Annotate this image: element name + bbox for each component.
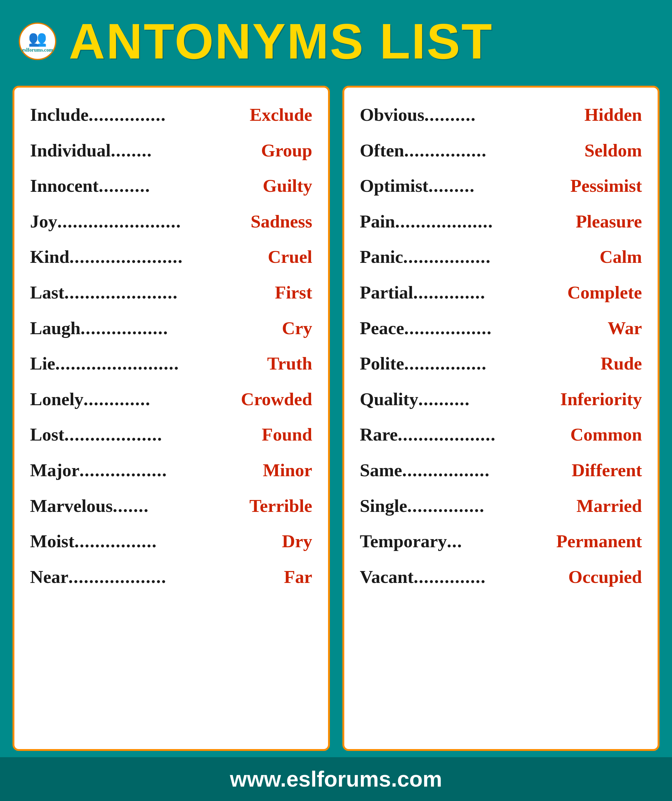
word-left: Polite	[360, 352, 404, 375]
footer: www.eslforums.com	[0, 757, 672, 801]
logo: 👥 eslforums.com	[19, 23, 56, 60]
word-left: Panic	[360, 246, 403, 268]
dots: ........	[111, 140, 261, 161]
dots: ...................	[398, 424, 570, 446]
word-right: Exclude	[250, 104, 313, 126]
table-row: Moist................Dry	[30, 523, 313, 559]
word-left: Joy	[30, 211, 57, 232]
word-left: Innocent	[30, 175, 98, 197]
table-row: Rare...................Common	[360, 417, 642, 452]
dots: ...............	[89, 104, 250, 126]
word-right: Crowded	[241, 388, 313, 410]
logo-icon: 👥	[28, 30, 47, 47]
word-right: Common	[570, 424, 642, 446]
table-row: Temporary...Permanent	[360, 523, 642, 559]
table-row: Include...............Exclude	[30, 97, 313, 133]
word-right: Truth	[267, 352, 313, 375]
word-right: Pleasure	[575, 211, 642, 232]
word-left: Moist	[30, 530, 74, 552]
word-left: Individual	[30, 140, 111, 161]
table-row: Peace.................War	[360, 310, 642, 346]
table-row: Same.................Different	[360, 452, 642, 488]
word-left: Same	[360, 459, 402, 481]
word-left: Peace	[360, 317, 404, 339]
word-right: Pessimist	[570, 175, 642, 197]
table-row: Laugh.................Cry	[30, 310, 313, 346]
page-title: ANTONYMS LIST	[69, 13, 493, 70]
word-right: Group	[261, 140, 312, 161]
word-left: Lonely	[30, 388, 84, 410]
word-right: Permanent	[556, 530, 642, 552]
dots: .........	[429, 175, 570, 197]
dots: .................	[404, 317, 608, 339]
logo-text: eslforums.com	[22, 47, 53, 53]
word-right: Hidden	[584, 104, 642, 126]
dots: ................	[404, 352, 601, 375]
dots: ...................	[395, 211, 575, 232]
table-row: Innocent..........Guilty	[30, 168, 313, 204]
dots: ........................	[57, 211, 251, 232]
word-left: Include	[30, 104, 89, 126]
table-row: Polite................Rude	[360, 346, 642, 381]
word-right: Cruel	[268, 246, 313, 268]
word-right: Sadness	[251, 211, 313, 232]
right-column: Obvious..........Hidden Often...........…	[342, 86, 660, 751]
word-left: Marvelous	[30, 495, 113, 517]
word-left: Pain	[360, 211, 395, 232]
word-left: Obvious	[360, 104, 424, 126]
table-row: Marvelous.......Terrible	[30, 488, 313, 524]
dots: ..............	[413, 281, 567, 304]
table-row: Partial..............Complete	[360, 275, 642, 310]
table-row: Vacant..............Occupied	[360, 559, 642, 595]
word-left: Partial	[360, 281, 414, 304]
word-left: Single	[360, 495, 408, 517]
table-row: Individual........Group	[30, 133, 313, 168]
word-left: Kind	[30, 246, 69, 268]
table-row: Lonely.............Crowded	[30, 381, 313, 417]
table-row: Panic.................Calm	[360, 239, 642, 275]
dots: ........................	[55, 352, 267, 375]
word-left: Optimist	[360, 175, 429, 197]
word-left: Quality	[360, 388, 419, 410]
word-left: Laugh	[30, 317, 81, 339]
dots: ................	[74, 530, 282, 552]
word-left: Rare	[360, 424, 398, 446]
word-left: Near	[30, 566, 68, 588]
table-row: Quality..........Inferiority	[360, 381, 642, 417]
word-right: Calm	[600, 246, 642, 268]
table-row: Major.................Minor	[30, 452, 313, 488]
table-row: Kind......................Cruel	[30, 239, 313, 275]
dots: ...	[447, 530, 556, 552]
table-row: Often................Seldom	[360, 133, 642, 168]
footer-text: www.eslforums.com	[230, 767, 442, 791]
word-right: Seldom	[584, 140, 642, 161]
dots: ..........	[418, 388, 560, 410]
word-right: Guilty	[263, 175, 313, 197]
word-right: Far	[284, 566, 312, 588]
table-row: Near...................Far	[30, 559, 313, 595]
dots: .................	[79, 459, 263, 481]
table-row: Last......................First	[30, 275, 313, 310]
main-content: Include...............Exclude Individual…	[0, 79, 672, 757]
table-row: Lost...................Found	[30, 417, 313, 452]
word-right: Different	[572, 459, 642, 481]
word-left: Major	[30, 459, 79, 481]
word-right: Found	[262, 424, 312, 446]
table-row: Lie........................Truth	[30, 346, 313, 381]
dots: ..............	[414, 566, 568, 588]
word-right: Cry	[282, 317, 313, 339]
word-left: Temporary	[360, 530, 447, 552]
word-right: Minor	[263, 459, 313, 481]
word-right: Terrible	[250, 495, 313, 517]
dots: .................	[403, 246, 600, 268]
word-right: First	[275, 281, 312, 304]
dots: .......	[113, 495, 250, 517]
word-left: Vacant	[360, 566, 414, 588]
table-row: Obvious..........Hidden	[360, 97, 642, 133]
word-left: Last	[30, 281, 64, 304]
word-right: Dry	[282, 530, 313, 552]
dots: .................	[402, 459, 572, 481]
word-right: Inferiority	[560, 388, 642, 410]
dots: ................	[404, 140, 584, 161]
dots: ..........	[98, 175, 263, 197]
